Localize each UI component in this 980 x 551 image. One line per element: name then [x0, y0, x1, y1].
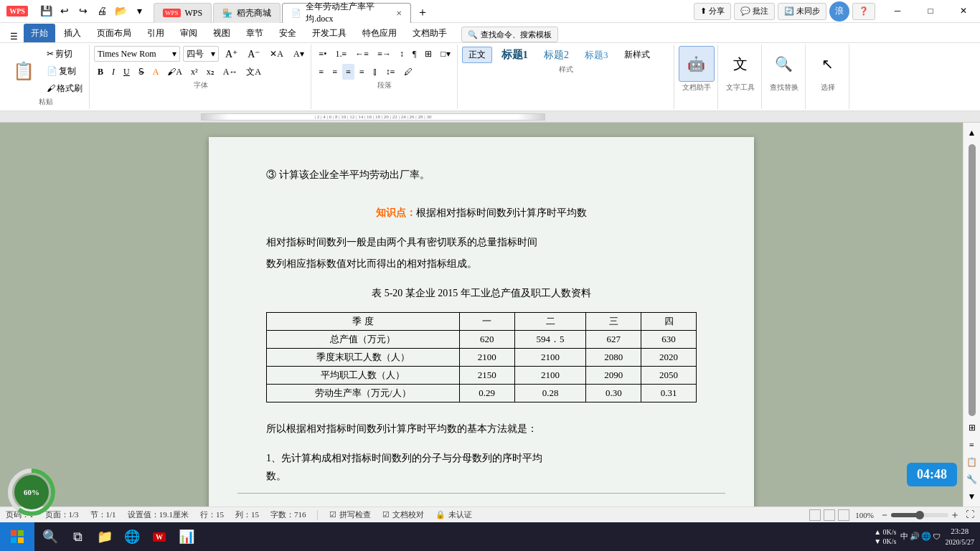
sidebar-icon-2[interactable]: ≡ [965, 438, 979, 452]
new-tab-btn[interactable]: ＋ [413, 3, 433, 23]
list-unordered-btn[interactable]: ≡• [316, 46, 331, 62]
style-h1[interactable]: 标题1 [495, 46, 535, 64]
sidebar-icon-3[interactable]: 📋 [965, 455, 979, 469]
tab-wps[interactable]: WPS WPS [154, 3, 212, 23]
start-btn[interactable] [0, 522, 34, 551]
border-btn[interactable]: □▾ [437, 46, 453, 62]
input-method-icon[interactable]: 中 [900, 531, 908, 542]
style-normal[interactable]: 正文 [462, 47, 492, 63]
align-justify-btn[interactable]: ≡ [342, 64, 354, 80]
maximize-btn[interactable]: □ [914, 0, 947, 23]
style-new[interactable]: 新样式 [618, 47, 656, 63]
help-btn[interactable]: ❓ [852, 3, 875, 20]
print-btn[interactable]: 🖨 [93, 3, 110, 20]
sync-btn[interactable]: 🔄 未同步 [778, 3, 826, 20]
sort-btn[interactable]: ↕ [396, 46, 407, 62]
zoom-out-btn[interactable]: － [880, 509, 890, 522]
align-right-btn[interactable]: ≡ [356, 64, 368, 80]
taskbar-edge[interactable]: 🌐 [119, 524, 145, 550]
avatar[interactable]: 浪 [829, 1, 849, 22]
underline-btn[interactable]: U [120, 64, 133, 80]
color-btn[interactable]: A [149, 64, 163, 80]
taskbar-wps[interactable]: W [146, 524, 172, 550]
table-btn[interactable]: ⊞ [421, 46, 435, 62]
save-btn[interactable]: 💾 [37, 3, 55, 20]
ribbon-tab-dev[interactable]: 开发工具 [305, 24, 354, 42]
superscript-btn[interactable]: x² [187, 64, 202, 80]
style-h2[interactable]: 标题2 [537, 47, 575, 64]
doc-helper-btn[interactable]: 🤖 [679, 46, 715, 82]
ribbon-tab-layout[interactable]: 页面布局 [90, 24, 138, 42]
document-scroll-area[interactable]: ③ 计算该企业全半平均劳动出厂率。 知识点：根据相对指标时间数列计算序时平均数 … [0, 123, 963, 507]
redo-btn[interactable]: ↪ [75, 3, 92, 20]
ribbon-tab-home[interactable]: 开始 [24, 24, 55, 42]
scrollbar-thumb[interactable] [969, 144, 976, 416]
copy-btn[interactable]: 📄 复制 [43, 63, 86, 79]
select-btn[interactable]: ↖ [810, 46, 846, 82]
taskbar-explorer[interactable]: 📁 [92, 524, 118, 550]
font-color-extend-btn[interactable]: A▾ [290, 46, 308, 62]
text-tools-btn[interactable]: 文 [722, 46, 758, 82]
qat-more-btn[interactable]: ▾ [131, 3, 148, 20]
ribbon-tab-dochelper[interactable]: 文档助手 [405, 24, 454, 42]
ribbon-tab-insert[interactable]: 插入 [57, 24, 88, 42]
font-size-selector[interactable]: 四号 ▾ [183, 46, 219, 62]
sidebar-icon-1[interactable]: ⊞ [965, 420, 979, 435]
sidebar-scroll-up[interactable]: ▲ [965, 126, 979, 140]
tab-close-icon[interactable]: ✕ [396, 9, 402, 17]
highlight-btn[interactable]: 🖌A [164, 64, 186, 80]
taskbar-task-view[interactable]: ⧉ [65, 524, 90, 550]
view-web-btn[interactable] [838, 509, 849, 521]
ribbon-tab-security[interactable]: 安全 [272, 24, 303, 42]
para-mark-btn[interactable]: ¶ [409, 46, 420, 62]
cut-btn[interactable]: ✂ 剪切 [43, 46, 86, 62]
undo-btn[interactable]: ↩ [56, 3, 73, 20]
shading-btn[interactable]: 🖊 [400, 64, 416, 80]
font-name-selector[interactable]: Times New Rom ▾ [94, 46, 180, 62]
line-spacing-btn[interactable]: ↕≡ [382, 64, 399, 80]
subscript-btn[interactable]: x₂ [203, 64, 218, 80]
clock-display[interactable]: 23:28 2020/5/27 [945, 526, 974, 547]
char-spacing-btn[interactable]: A↔ [220, 64, 242, 80]
ribbon-tab-view[interactable]: 视图 [206, 24, 237, 42]
list-ordered-btn[interactable]: 1.≡ [332, 46, 351, 62]
clear-format-btn[interactable]: ✕A [266, 46, 287, 62]
align-left-btn[interactable]: ≡ [316, 64, 328, 80]
find-replace-btn[interactable]: 🔍 [766, 46, 802, 82]
sidebar-icon-4[interactable]: 🔧 [965, 472, 979, 486]
open-btn[interactable]: 📂 [112, 3, 129, 20]
indent-increase-btn[interactable]: ≡→ [374, 46, 395, 62]
ribbon-tab-ref[interactable]: 引用 [140, 24, 171, 42]
spell-check-item[interactable]: ☑ 拼写检查 [329, 509, 371, 520]
align-center-btn[interactable]: ≡ [329, 64, 341, 80]
ribbon-tab-chapter[interactable]: 章节 [239, 24, 270, 42]
tab-document[interactable]: 📄 全年劳动生产率平均.docx ✕ [282, 3, 411, 23]
zoom-in-btn[interactable]: ＋ [950, 509, 960, 522]
paste-btn[interactable]: 📋 [6, 53, 42, 89]
performance-widget[interactable]: 60% [7, 468, 56, 517]
indent-decrease-btn[interactable]: ←≡ [352, 46, 372, 62]
increase-font-btn[interactable]: A⁺ [222, 46, 241, 62]
taskbar-search[interactable]: 🔍 [37, 524, 63, 550]
bold-btn[interactable]: B [94, 64, 107, 80]
share-btn[interactable]: ⬆ 分享 [694, 3, 731, 20]
sidebar-scroll-down[interactable]: ▼ [965, 489, 979, 504]
strikethrough-btn[interactable]: S̶ [135, 64, 148, 80]
view-outline-btn[interactable] [824, 509, 835, 521]
doc-check-item[interactable]: ☑ 文档校对 [382, 509, 424, 520]
tab-store[interactable]: 🏪 稻壳商城 [213, 3, 281, 23]
font-misc-btn[interactable]: 文A [242, 64, 265, 80]
close-btn[interactable]: ✕ [947, 0, 980, 23]
view-page-btn[interactable] [809, 509, 821, 521]
format-brush-btn[interactable]: 🖌 格式刷 [43, 80, 86, 96]
search-command-btn[interactable]: 🔍 查找命令、搜索模板 [461, 27, 558, 42]
col-layout-btn[interactable]: ⫿ [369, 64, 381, 80]
italic-btn[interactable]: I [108, 64, 118, 80]
fullscreen-btn[interactable]: ⛶ [966, 509, 974, 520]
ribbon-tab-review[interactable]: 审阅 [173, 24, 204, 42]
ribbon-tab-feature[interactable]: 特色应用 [355, 24, 404, 42]
minimize-btn[interactable]: ─ [881, 0, 914, 23]
zoom-slider[interactable] [891, 513, 948, 517]
taskbar-excel[interactable]: 📊 [174, 524, 199, 550]
decrease-font-btn[interactable]: A⁻ [244, 46, 263, 62]
